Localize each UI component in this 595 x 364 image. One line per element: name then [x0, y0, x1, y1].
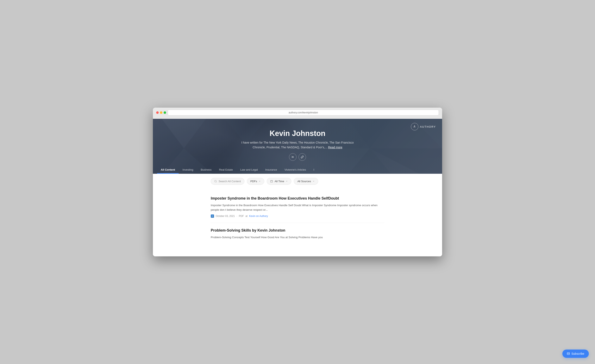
traffic-lights [156, 111, 166, 114]
article-source: Kevin on Authory [249, 215, 268, 218]
tab-all-content[interactable]: All Content [157, 166, 179, 174]
authory-logo-text: AUTHORY [420, 125, 436, 128]
nav-tabs: All Content Investing Business Real Esta… [157, 166, 438, 174]
search-icon [214, 180, 217, 183]
time-filter-label: All Time [275, 180, 284, 183]
chevron-down-icon [259, 180, 261, 182]
search-input[interactable]: Search All Content [211, 178, 244, 185]
tab-law-legal[interactable]: Law and Legal [237, 166, 262, 174]
svg-line-13 [216, 182, 217, 182]
browser-controls: authory.com/kevinjohnston [156, 110, 439, 115]
tab-vivienne-articles[interactable]: Vivienne's Articles [281, 166, 310, 174]
article-excerpt: Imposter Syndrome in the Boardroom How E… [211, 203, 384, 212]
browser-tab-bar [156, 117, 439, 119]
tab-more[interactable]: I [310, 166, 318, 174]
sources-filter-label: All Sources [297, 180, 311, 183]
chevron-down-icon-time [286, 180, 288, 182]
filter-bar: Search All Content PDFs All Time [211, 178, 384, 185]
author-name: Kevin Johnston [157, 129, 438, 138]
search-placeholder: Search All Content [219, 180, 241, 183]
chevron-down-icon-sources [312, 180, 315, 182]
author-bio: I have written for The New York Daily Ne… [235, 140, 360, 150]
minimize-button[interactable] [160, 111, 162, 114]
address-bar[interactable]: authory.com/kevinjohnston [168, 110, 439, 115]
close-button[interactable] [156, 111, 159, 114]
article-item[interactable]: Problem-Solving Skills by Kevin Johnston… [211, 223, 384, 247]
svg-point-12 [215, 180, 217, 182]
article-title: Imposter Syndrome in the Boardroom How E… [211, 196, 384, 201]
svg-rect-14 [271, 180, 273, 182]
article-title: Problem-Solving Skills by Kevin Johnston [211, 228, 384, 233]
time-filter[interactable]: All Time [267, 178, 291, 185]
article-excerpt: Problem-Solving Concepts Test Yourself H… [211, 235, 384, 240]
browser-chrome: authory.com/kevinjohnston [153, 108, 442, 119]
article-meta: A October 03, 2021 · PDF at Kevin on Aut… [211, 214, 384, 218]
linkedin-icon[interactable]: in [289, 153, 297, 161]
type-filter[interactable]: PDFs [247, 178, 264, 185]
article-item[interactable]: Imposter Syndrome in the Boardroom How E… [211, 191, 384, 223]
browser-window: authory.com/kevinjohnston A AUTHORY [153, 108, 442, 256]
article-date: October 03, 2021 [216, 215, 235, 218]
article-separator: · [237, 215, 237, 218]
address-text: authory.com/kevinjohnston [289, 111, 318, 114]
tab-real-estate[interactable]: Real Estate [215, 166, 237, 174]
sources-filter[interactable]: All Sources [294, 178, 318, 185]
hero-section: A AUTHORY Kevin Johnston I have written … [153, 119, 442, 174]
maximize-button[interactable] [164, 111, 166, 114]
calendar-icon [270, 180, 273, 183]
tab-business[interactable]: Business [197, 166, 215, 174]
content-area: Search All Content PDFs All Time [153, 174, 442, 256]
tab-insurance[interactable]: Insurance [262, 166, 281, 174]
type-filter-label: PDFs [250, 180, 257, 183]
authory-source-icon: A [211, 214, 214, 218]
website-link-icon[interactable] [298, 153, 306, 161]
tab-investing[interactable]: Investing [179, 166, 197, 174]
read-more-link[interactable]: Read more [328, 146, 342, 149]
article-type: PDF [239, 215, 244, 218]
social-links: in [157, 153, 438, 161]
